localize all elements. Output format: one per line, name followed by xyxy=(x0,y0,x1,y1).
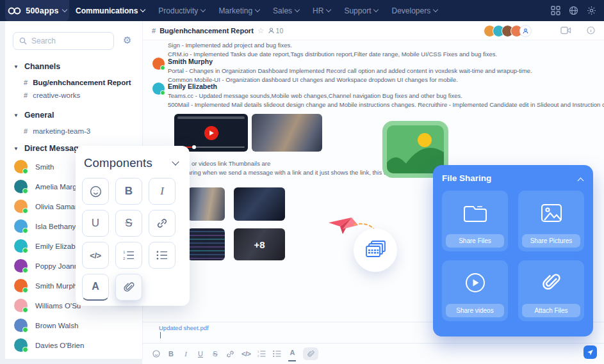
online-dot xyxy=(22,327,28,333)
apps-grid-icon[interactable] xyxy=(551,6,560,15)
avatar xyxy=(14,219,28,233)
attach-file-button[interactable] xyxy=(303,347,318,360)
nav-item-label: Developers xyxy=(391,6,430,15)
emoji-button[interactable] xyxy=(152,347,160,360)
dm-item[interactable]: Davies O'Brien xyxy=(14,338,84,352)
attach-files-tile[interactable]: Attach Files xyxy=(518,260,584,321)
search-input[interactable]: Search xyxy=(13,32,114,50)
online-dot xyxy=(22,248,28,253)
hash-icon: # xyxy=(24,91,28,99)
bullet-list-button[interactable] xyxy=(149,242,175,269)
sidebar-settings-icon[interactable]: ⚙ xyxy=(123,35,131,46)
channel-item-creative-works[interactable]: #creative-works xyxy=(24,91,80,99)
online-dot xyxy=(22,307,28,313)
attached-file-link[interactable]: Updated sheet.pdf xyxy=(159,324,209,331)
italic-button[interactable]: I xyxy=(149,178,175,205)
app-window: 500apps Communications Productivity Mark… xyxy=(0,0,604,364)
member-avatars[interactable] xyxy=(484,25,532,37)
strikethrough-button[interactable]: S xyxy=(115,210,142,237)
video-attachment[interactable] xyxy=(174,114,248,152)
screenshot-attachment[interactable] xyxy=(188,228,225,260)
hash-icon: # xyxy=(24,127,28,135)
photo-attachment[interactable] xyxy=(234,187,285,221)
ordered-list-button[interactable]: 12 xyxy=(115,242,142,269)
dm-name: Amelia Marga xyxy=(35,183,81,191)
star-icon[interactable]: ☆ xyxy=(257,26,265,35)
nav-item-support[interactable]: Support xyxy=(344,6,378,15)
nav-item-label: HR xyxy=(313,6,323,15)
nav-item-label: Support xyxy=(344,6,371,15)
extra-members-badge xyxy=(519,25,532,37)
dm-item[interactable]: Smith Murph xyxy=(14,279,77,292)
section-general[interactable]: ▼General xyxy=(13,111,54,120)
online-dot xyxy=(22,287,28,293)
share-files-tile[interactable]: Share Files xyxy=(442,191,508,251)
chevron-down-icon xyxy=(326,7,331,12)
app-switcher-logo[interactable]: 500apps xyxy=(5,0,69,21)
text-color-button[interactable]: A xyxy=(288,347,296,361)
attach-file-button[interactable] xyxy=(115,274,142,301)
triangle-down-icon: ▼ xyxy=(13,113,19,118)
tile-label: Attach Files xyxy=(522,304,580,317)
nav-item-sales[interactable]: Sales xyxy=(273,6,299,15)
dm-name: Isla Bethany xyxy=(35,223,76,230)
bold-button[interactable]: B xyxy=(167,347,175,360)
nav-item-marketing[interactable]: Marketing xyxy=(218,6,259,15)
channel-item-marketing-team-3[interactable]: #marketing-team-3 xyxy=(24,127,90,135)
file-sharing-title: File Sharing xyxy=(442,173,584,183)
svg-text:1: 1 xyxy=(123,250,125,254)
bullet-list-button[interactable] xyxy=(273,347,281,360)
dm-item[interactable]: Olivia Saman xyxy=(14,200,79,213)
dm-item[interactable]: Poppy Joann xyxy=(14,259,78,273)
photo-attachment[interactable] xyxy=(252,114,322,152)
nav-item-communications[interactable]: Communications xyxy=(76,6,145,15)
dm-item[interactable]: Isla Bethany xyxy=(14,219,76,233)
italic-button[interactable]: I xyxy=(182,347,190,360)
search-placeholder: Search xyxy=(31,36,56,45)
video-progress-bar xyxy=(177,146,245,148)
section-channels[interactable]: ▼Channels xyxy=(13,62,60,71)
chevron-down-icon[interactable] xyxy=(172,158,179,165)
dm-item[interactable]: Amelia Marga xyxy=(14,180,81,193)
more-photos-count: +8 xyxy=(254,239,265,250)
video-call-icon[interactable] xyxy=(560,26,571,35)
share-videos-tile[interactable]: Share videos xyxy=(442,260,508,321)
nav-item-hr[interactable]: HR xyxy=(313,6,331,15)
dm-item[interactable]: Emily Elizabe xyxy=(14,239,79,253)
message-line: CRM.io - Implemented Tasks due date repo… xyxy=(168,51,497,58)
info-icon[interactable] xyxy=(587,26,595,35)
message-line: Sign - Implemented add project and bug f… xyxy=(168,42,292,49)
online-dot xyxy=(22,228,28,233)
emoji-button[interactable] xyxy=(82,178,109,205)
nav-item-developers[interactable]: Developers xyxy=(391,6,437,15)
underline-button[interactable]: U xyxy=(197,347,204,360)
logo-text: 500apps xyxy=(26,6,58,15)
dm-item[interactable]: Brown Walsh xyxy=(14,319,78,332)
member-count: 10 xyxy=(276,27,284,35)
code-button[interactable]: </> xyxy=(82,242,109,269)
nav-item-productivity[interactable]: Productivity xyxy=(158,6,205,15)
globe-icon[interactable] xyxy=(569,6,578,15)
code-button[interactable]: </> xyxy=(241,347,250,360)
link-button[interactable] xyxy=(226,347,234,360)
online-dot xyxy=(160,65,165,70)
dm-item[interactable]: Smith xyxy=(14,160,54,173)
dm-name: Brown Walsh xyxy=(35,322,78,329)
photo-attachment[interactable] xyxy=(188,187,225,221)
bold-button[interactable]: B xyxy=(115,178,142,205)
share-pictures-tile[interactable]: Share Pictures xyxy=(518,191,584,251)
mountains-shape xyxy=(387,125,444,173)
ordered-list-button[interactable]: 12 xyxy=(257,347,266,360)
channel-item-bug-report[interactable]: #Bug/enhchancement Report xyxy=(24,79,131,86)
link-button[interactable] xyxy=(149,210,175,237)
strikethrough-button[interactable]: S xyxy=(211,347,219,360)
online-dot xyxy=(160,90,165,95)
dm-item[interactable]: Williams O'Su xyxy=(14,299,81,312)
send-button[interactable] xyxy=(584,345,597,359)
text-color-button[interactable]: A xyxy=(82,274,109,301)
more-photos-attachment[interactable]: +8 xyxy=(234,228,285,260)
underline-button[interactable]: U xyxy=(82,210,109,237)
chevron-down-icon xyxy=(255,7,260,12)
settings-icon[interactable] xyxy=(587,6,596,15)
nav-item-label: Sales xyxy=(273,6,292,15)
